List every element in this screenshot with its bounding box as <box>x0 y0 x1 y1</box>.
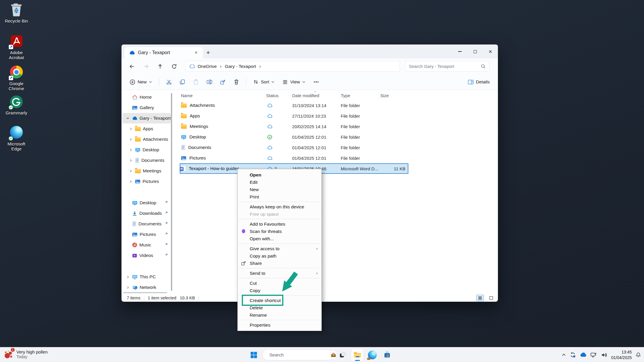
menu-item-properties[interactable]: Properties <box>238 321 321 329</box>
close-button[interactable]: × <box>483 44 498 59</box>
menu-item-print[interactable]: Print <box>238 193 321 200</box>
breadcrumb-item-onedrive[interactable]: OneDrive <box>198 64 217 69</box>
taskbar-search[interactable] <box>262 349 334 360</box>
cut-button[interactable] <box>163 76 175 88</box>
chevron-right-icon[interactable] <box>126 276 130 278</box>
sync-status-icon[interactable] <box>570 352 576 358</box>
sidebar-item-network[interactable]: Network <box>122 282 171 293</box>
column-header-status[interactable]: Status <box>265 91 291 100</box>
column-header-size[interactable]: Size <box>379 91 408 100</box>
network-tray-icon[interactable] <box>590 352 597 358</box>
chevron-down-icon[interactable] <box>126 117 130 119</box>
tab-close-icon[interactable]: × <box>192 49 200 56</box>
sidebar-item-home[interactable]: Home <box>122 92 171 102</box>
taskbar-clock[interactable]: 13:45 01/04/2025 <box>611 349 632 360</box>
explorer-search-input[interactable] <box>409 64 481 69</box>
chevron-right-icon[interactable] <box>129 159 133 162</box>
new-tab-button[interactable]: + <box>203 47 213 59</box>
delete-button[interactable] <box>230 76 242 88</box>
explorer-tab[interactable]: Gary - Texaport × <box>124 47 203 59</box>
share-button[interactable] <box>217 76 229 88</box>
tray-chevron-up-icon[interactable] <box>562 354 566 356</box>
details-view-toggle[interactable] <box>476 295 484 301</box>
sidebar-item-music[interactable]: Music <box>122 240 171 250</box>
menu-item-open[interactable]: Open <box>238 171 321 179</box>
forward-button[interactable] <box>140 61 153 72</box>
desktop-icon-microsoft-edge[interactable]: Microsoft Edge <box>2 125 30 152</box>
menu-item-scan-for-threats[interactable]: Scan for threats <box>238 228 321 235</box>
sidebar-item-documents-pinned[interactable]: Documents <box>122 219 171 229</box>
file-row-desktop[interactable]: Desktop 01/04/2025 12:01 File folder <box>180 132 408 142</box>
refresh-button[interactable] <box>168 61 181 72</box>
task-view-button[interactable] <box>336 349 349 361</box>
breadcrumb-item-gary-texaport[interactable]: Gary - Texaport <box>225 64 256 69</box>
column-header-type[interactable]: Type <box>340 91 379 100</box>
column-header-name[interactable]: Name <box>180 91 265 100</box>
menu-item-rename[interactable]: Rename <box>238 311 321 319</box>
chevron-right-icon[interactable] <box>129 180 133 183</box>
sidebar-item-documents-cloud[interactable]: Documents <box>122 155 171 166</box>
rename-button[interactable]: A <box>203 76 215 88</box>
menu-item-create-shortcut[interactable]: Create shortcut <box>238 297 321 304</box>
sidebar-item-this-pc[interactable]: This PC <box>122 272 171 282</box>
file-row-pictures[interactable]: Pictures 01/04/2025 12:01 File folder <box>180 153 408 163</box>
sidebar-item-apps[interactable]: Apps <box>122 123 171 134</box>
menu-item-delete[interactable]: Delete <box>238 304 321 311</box>
sidebar-item-attachments[interactable]: Attachments <box>122 134 171 145</box>
taskbar-search-input[interactable] <box>269 352 328 358</box>
back-button[interactable] <box>126 61 138 72</box>
minimize-button[interactable] <box>452 44 467 59</box>
explorer-search[interactable] <box>405 61 489 72</box>
file-explorer-taskbar-button[interactable] <box>351 349 364 361</box>
sidebar-item-pictures-cloud[interactable]: Pictures <box>122 176 171 187</box>
chevron-right-icon[interactable] <box>129 149 133 151</box>
paste-button[interactable] <box>190 76 202 88</box>
desktop-icon-google-chrome[interactable]: Google Chrome <box>2 65 30 91</box>
menu-item-always-keep-on-this-device[interactable]: Always keep on this device <box>238 203 321 210</box>
sidebar-horizontal-scrollbar[interactable] <box>123 292 167 293</box>
desktop-icon-adobe-acrobat[interactable]: Adobe Acrobat <box>2 35 30 60</box>
file-row-meetings[interactable]: Meetings 20/02/2025 14:14 File folder <box>180 121 408 132</box>
sidebar-item-gary-texaport[interactable]: Gary - Texaport <box>122 113 171 123</box>
chevron-right-icon[interactable] <box>129 138 133 141</box>
volume-icon[interactable] <box>601 352 607 358</box>
sort-button[interactable]: Sort <box>250 76 278 88</box>
desktop-icon-recycle-bin[interactable]: Recycle Bin <box>2 3 30 23</box>
menu-item-edit[interactable]: Edit <box>238 179 321 186</box>
sidebar-item-pictures-pinned[interactable]: Pictures <box>122 229 171 240</box>
column-header-date-modified[interactable]: ⌃Date modified <box>291 91 340 100</box>
new-button[interactable]: New <box>126 76 155 88</box>
sidebar-scrollbar[interactable] <box>171 93 172 291</box>
up-button[interactable] <box>154 61 167 72</box>
sidebar-item-downloads[interactable]: Downloads <box>122 208 171 219</box>
onedrive-tray-icon[interactable] <box>580 353 587 357</box>
chevron-right-icon[interactable] <box>129 128 133 130</box>
sidebar-item-videos[interactable]: Videos <box>122 250 171 261</box>
edge-taskbar-button[interactable] <box>366 349 378 361</box>
sidebar-item-gallery[interactable]: Gallery <box>122 102 171 113</box>
menu-item-add-to-favourites[interactable]: Add to Favourites <box>238 220 321 228</box>
file-row-apps[interactable]: Apps 27/11/2024 10:23 File folder <box>180 111 408 121</box>
file-row-documents[interactable]: Documents 01/04/2025 12:01 File folder <box>180 142 408 153</box>
sidebar-item-meetings[interactable]: Meetings <box>122 166 171 176</box>
menu-item-new[interactable]: New <box>238 186 321 193</box>
copy-button[interactable] <box>176 76 189 88</box>
desktop-icon-grammarly[interactable]: Grammarly <box>2 95 30 115</box>
weather-widget[interactable]: 1 Very high pollen Today <box>3 349 48 359</box>
microsoft-store-taskbar-button[interactable] <box>381 349 393 361</box>
file-row-attachments[interactable]: Attachments 31/10/2024 13:14 File folder <box>180 100 408 111</box>
breadcrumb[interactable]: OneDrive › Gary - Texaport › <box>185 61 400 72</box>
chevron-right-icon[interactable] <box>129 170 133 172</box>
menu-item-give-access-to[interactable]: Give access to› <box>238 245 321 252</box>
chevron-right-icon[interactable] <box>126 286 130 289</box>
sidebar-item-desktop-cloud[interactable]: Desktop <box>122 145 171 155</box>
menu-item-copy-as-path[interactable]: Copy as path <box>238 252 321 260</box>
menu-item-open-with[interactable]: Open with... <box>238 235 321 242</box>
details-pane-button[interactable]: Details <box>464 76 493 88</box>
start-button[interactable] <box>247 349 260 361</box>
sidebar-item-desktop-pinned[interactable]: Desktop <box>122 198 171 208</box>
maximize-button[interactable] <box>467 44 483 59</box>
more-options-button[interactable] <box>310 76 322 88</box>
notification-bell-icon[interactable] <box>636 352 641 358</box>
view-button[interactable]: View <box>279 76 309 88</box>
